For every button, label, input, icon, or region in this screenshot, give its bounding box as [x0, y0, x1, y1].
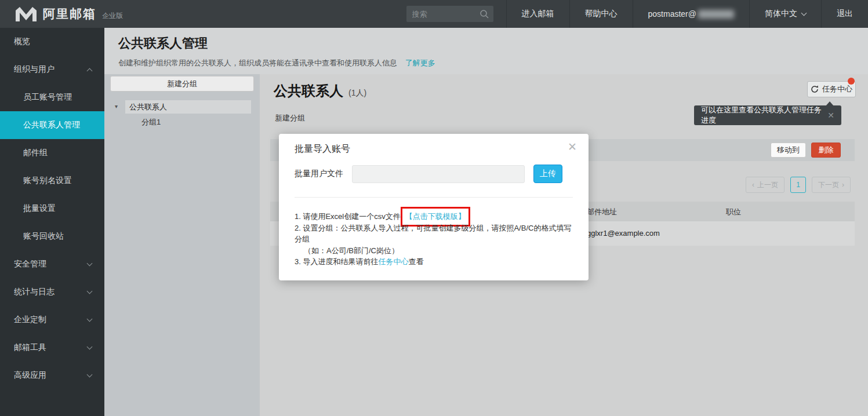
instruction-line-4-prefix: 3. 导入进度和结果请前往	[295, 257, 378, 266]
batch-file-label: 批量用户文件	[295, 169, 343, 179]
delete-button[interactable]: 删除	[811, 143, 841, 158]
alimail-admin-app: 阿里邮箱 企业版 进入邮箱 帮助中心 postmaster@ 简体中文 退出	[0, 0, 868, 416]
sidebar-item-account-alias[interactable]: 账号别名设置	[0, 167, 104, 195]
chevron-down-icon	[87, 261, 93, 267]
pagination: ‹ 上一页 1 下一页 ›	[746, 177, 851, 193]
brand: 阿里邮箱 企业版	[0, 6, 123, 22]
instruction-line-2: 2. 设置分组：公共联系人导入过程，可批量创建多级分组，请按照A/B/C的格式填…	[295, 222, 576, 245]
sidebar-item-employee-accounts[interactable]: 员工账号管理	[0, 83, 104, 111]
task-center-label: 任务中心	[822, 84, 852, 94]
instruction-line-1: 1. 请使用Excel创建一个csv文件【点击下载模版】	[295, 211, 576, 222]
contacts-title-text: 公共联系人	[274, 83, 343, 98]
import-instructions: 1. 请使用Excel创建一个csv文件【点击下载模版】 2. 设置分组：公共联…	[295, 211, 576, 268]
batch-import-dialog: 批量导入账号 ✕ 批量用户文件 上传 1. 请使用Excel创建一个csv文件【…	[279, 134, 589, 280]
prev-arrow-icon: ‹	[752, 181, 754, 189]
next-arrow-icon: ›	[842, 181, 844, 189]
logout-link[interactable]: 退出	[821, 0, 868, 28]
sync-icon	[811, 85, 819, 93]
sidebar-item-label: 统计与日志	[14, 287, 55, 297]
new-group-inline-link[interactable]: 新建分组	[275, 113, 305, 123]
prev-page-button[interactable]: ‹ 上一页	[746, 177, 785, 193]
sidebar-item-mail-groups[interactable]: 邮件组	[0, 139, 104, 167]
prev-page-label: 上一页	[757, 180, 778, 190]
chevron-down-icon	[87, 289, 93, 294]
task-center-tooltip: 可以在这里查看公共联系人管理任务进度 ✕	[694, 105, 841, 125]
instruction-line-3: （如：A公司/B部门/C岗位）	[295, 245, 576, 257]
next-page-button[interactable]: 下一页 ›	[812, 177, 851, 193]
sidebar-item-label: 组织与用户	[14, 64, 55, 75]
chevron-up-icon	[87, 68, 93, 74]
sidebar-item-label: 邮箱工具	[14, 342, 46, 353]
page-number-1[interactable]: 1	[790, 177, 806, 193]
brand-edition: 企业版	[102, 11, 123, 21]
redacted-domain	[698, 10, 734, 19]
upload-button[interactable]: 上传	[533, 165, 562, 183]
sidebar-item-mail-tools[interactable]: 邮箱工具	[0, 334, 104, 362]
move-to-button[interactable]: 移动到	[771, 143, 806, 158]
tree-expander-icon[interactable]: ▾	[115, 103, 118, 110]
enter-mailbox-link[interactable]: 进入邮箱	[506, 0, 569, 28]
sidebar: 概览 组织与用户 员工账号管理 公共联系人管理 邮件组 账号别名设置 批量设置 …	[0, 28, 104, 416]
search-icon[interactable]	[480, 9, 489, 19]
page-description-text: 创建和维护组织常用的公共联系人，组织成员将能在通讯录中查看和使用联系人信息	[118, 59, 397, 67]
contacts-count: (1人)	[348, 88, 366, 97]
sidebar-item-stats-logs[interactable]: 统计与日志	[0, 278, 104, 306]
next-page-label: 下一页	[818, 180, 839, 190]
tooltip-text: 可以在这里查看公共联系人管理任务进度	[701, 105, 827, 126]
sidebar-item-enterprise-custom[interactable]: 企业定制	[0, 306, 104, 334]
group-tree-panel: 新建分组 ▾ 公共联系人 分组1	[104, 74, 260, 416]
sidebar-item-label: 企业定制	[14, 315, 46, 325]
tooltip-close-icon[interactable]: ✕	[827, 111, 834, 120]
batch-file-input[interactable]	[352, 165, 525, 183]
column-position: 职位	[726, 207, 741, 217]
dialog-title: 批量导入账号	[295, 143, 350, 155]
sidebar-item-label: 高级应用	[14, 370, 46, 381]
sidebar-item-org-users[interactable]: 组织与用户	[0, 56, 104, 83]
sidebar-item-label: 安全管理	[14, 259, 46, 269]
account-name: postmaster@	[648, 9, 696, 19]
task-center-link[interactable]: 任务中心	[378, 257, 408, 266]
brand-name: 阿里邮箱	[43, 6, 96, 22]
sidebar-item-public-contacts[interactable]: 公共联系人管理	[0, 111, 104, 139]
chevron-down-icon	[801, 10, 807, 16]
sidebar-item-overview[interactable]: 概览	[0, 28, 104, 56]
contact-email-cell: gglxr1@example.com	[587, 229, 660, 238]
new-group-button[interactable]: 新建分组	[110, 76, 254, 92]
chevron-down-icon	[87, 372, 93, 378]
language-label: 简体中文	[765, 9, 797, 19]
page-description: 创建和维护组织常用的公共联系人，组织成员将能在通讯录中查看和使用联系人信息 了解…	[118, 58, 868, 68]
alimail-logo	[15, 6, 37, 21]
help-center-link[interactable]: 帮助中心	[569, 0, 633, 28]
language-menu[interactable]: 简体中文	[749, 0, 821, 28]
page-title: 公共联系人管理	[118, 35, 868, 52]
sidebar-item-account-recycle[interactable]: 账号回收站	[0, 222, 104, 250]
notification-dot	[848, 78, 855, 85]
chevron-down-icon	[87, 344, 93, 350]
instruction-line-4: 3. 导入进度和结果请前往任务中心查看	[295, 256, 576, 268]
tree-node-group1[interactable]: 分组1	[141, 117, 161, 127]
chevron-down-icon	[87, 316, 93, 322]
download-template-link[interactable]: 【点击下载模版】	[405, 212, 466, 221]
column-email-address: 邮件地址	[587, 207, 617, 217]
contacts-title: 公共联系人(1人)	[274, 82, 366, 100]
topbar-menu: 进入邮箱 帮助中心 postmaster@ 简体中文 退出	[406, 0, 868, 28]
account-menu[interactable]: postmaster@	[633, 0, 749, 28]
sidebar-item-advanced-apps[interactable]: 高级应用	[0, 362, 104, 389]
dialog-divider	[295, 197, 573, 198]
sidebar-item-security[interactable]: 安全管理	[0, 250, 104, 278]
search-box	[406, 6, 493, 22]
topbar: 阿里邮箱 企业版 进入邮箱 帮助中心 postmaster@ 简体中文 退出	[0, 0, 868, 28]
learn-more-link[interactable]: 了解更多	[405, 59, 435, 67]
page-header: 公共联系人管理 创建和维护组织常用的公共联系人，组织成员将能在通讯录中查看和使用…	[104, 28, 868, 74]
dialog-close-icon[interactable]: ✕	[568, 140, 577, 154]
instruction-line-1-text: 1. 请使用Excel创建一个csv文件	[295, 212, 401, 221]
instruction-line-4-suffix: 查看	[408, 257, 423, 266]
tree-node-public-contacts[interactable]: 公共联系人	[125, 100, 251, 114]
sidebar-item-batch-settings[interactable]: 批量设置	[0, 195, 104, 222]
